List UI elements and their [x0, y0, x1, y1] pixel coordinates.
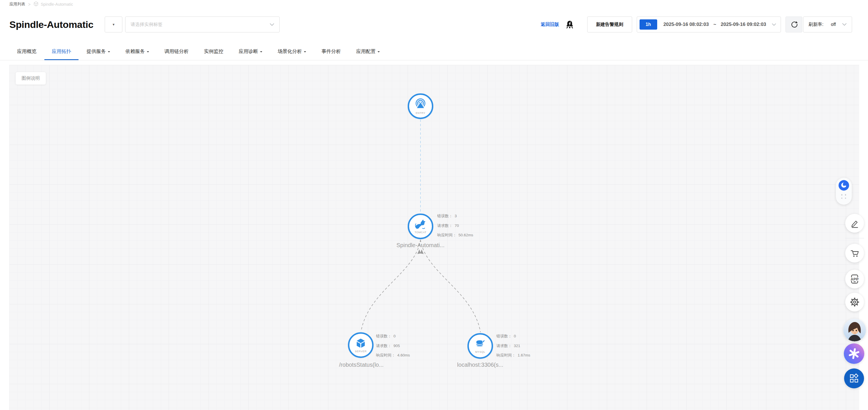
header-row: Spindle-Automatic ▼ 请选择实例标签 返回旧版 新建告警规则 …: [9, 17, 852, 32]
ai-assistant-button[interactable]: [844, 343, 864, 364]
breadcrumb-current-label: Spindle-Automatic: [41, 2, 73, 6]
app-grid-icon: [848, 373, 860, 384]
time-range-separator: ~: [713, 22, 716, 27]
new-alert-rule-button[interactable]: 新建告警规则: [587, 17, 632, 32]
app-button[interactable]: APP: [845, 270, 864, 288]
legend-button[interactable]: 图例说明: [16, 72, 46, 85]
stat-requests: 请求数：70: [437, 221, 473, 231]
tab-label: 调用链分析: [164, 48, 189, 55]
node-mysql-name: localhost:3306(s...: [421, 361, 540, 368]
instance-tag-placeholder: 请选择实例标签: [131, 22, 162, 28]
gear-icon: [849, 297, 860, 307]
avatar-image: [843, 319, 866, 341]
stat-response-time: 响应时间：50.62ms: [437, 230, 473, 240]
caret-down-icon: [108, 51, 110, 54]
refresh-button[interactable]: [785, 17, 802, 32]
app-package-icon: [33, 1, 39, 7]
legend-button-label: 图例说明: [22, 76, 40, 82]
title-dropdown-button[interactable]: ▼: [105, 17, 122, 32]
cart-icon: [850, 248, 860, 258]
caret-down-icon: ▼: [112, 23, 115, 26]
node-server[interactable]: SERVER: [348, 332, 374, 358]
cart-button[interactable]: [845, 244, 864, 263]
chevron-down-icon: [772, 23, 776, 26]
refresh-rate-value: off: [831, 22, 836, 27]
time-range-end: 2025-09-16 09:02:03: [721, 22, 766, 27]
tab-label: 应用配置: [356, 48, 375, 55]
node-server-stats: 错误数：0 请求数：905 响应时间：4.60ms: [376, 331, 410, 360]
tab-label: 应用诊断: [239, 48, 258, 55]
app-topology-page: 应用列表 > Spindle-Automatic Spindle-Automat…: [0, 0, 868, 410]
chevron-down-icon: [842, 23, 847, 26]
alarm-bell-icon: [565, 20, 574, 29]
stat-response-time: 响应时间：4.60ms: [376, 351, 410, 360]
refresh-rate-label: 刷新率:: [809, 22, 823, 28]
tab-label: 事件分析: [321, 48, 341, 55]
tab-provided-services[interactable]: 提供服务: [79, 43, 118, 60]
refresh-icon: [790, 20, 798, 29]
tab-label: 应用拓扑: [52, 48, 71, 55]
time-range-start: 2025-09-16 08:02:03: [663, 22, 709, 27]
tab-app-topology[interactable]: 应用拓扑: [44, 43, 79, 60]
server-cube-icon: [355, 338, 367, 349]
node-mysql-stats: 错误数：0 请求数：321 响应时间：1.67ms: [496, 331, 530, 360]
alert-bell-button[interactable]: [565, 20, 574, 29]
node-mysql[interactable]: MYSQL: [467, 333, 493, 359]
chat-assistant-widget[interactable]: [836, 178, 852, 205]
back-to-old-version-link[interactable]: 返回旧版: [541, 22, 559, 28]
caret-down-icon: [377, 51, 380, 54]
edit-button[interactable]: [845, 214, 864, 233]
caret-down-icon: [260, 51, 262, 54]
new-alert-rule-label: 新建告警规则: [596, 22, 623, 28]
node-entry[interactable]: ENTRY: [408, 93, 433, 119]
tomcat-icon: [414, 219, 427, 230]
tab-trace-analysis[interactable]: 调用链分析: [157, 43, 196, 60]
app-badge-icon: APP: [849, 274, 860, 285]
tab-label: 应用概览: [17, 48, 36, 55]
stat-errors: 错误数：0: [376, 331, 410, 341]
caret-down-icon: [147, 51, 149, 54]
dock-divider: [845, 238, 864, 238]
instance-tag-select[interactable]: 请选择实例标签: [125, 17, 280, 32]
tab-app-overview[interactable]: 应用概览: [10, 43, 44, 60]
node-type-label: MYSQL: [475, 350, 485, 353]
drag-handle-dots[interactable]: [841, 194, 847, 199]
stat-response-time: 响应时间：1.67ms: [496, 351, 530, 360]
pencil-icon: [850, 218, 860, 228]
page-title: Spindle-Automatic: [9, 19, 93, 30]
refresh-rate-select[interactable]: 刷新率: off: [803, 17, 852, 32]
stat-errors: 错误数：3: [437, 211, 473, 221]
chevron-down-icon: [270, 23, 274, 26]
node-tomcat[interactable]: TOMCAT: [408, 213, 433, 239]
breadcrumb-app-list-link[interactable]: 应用列表: [9, 2, 25, 7]
stat-requests: 请求数：321: [496, 341, 530, 351]
mysql-database-icon: [474, 339, 486, 350]
topology-edges: [9, 65, 859, 410]
stat-requests: 请求数：905: [376, 341, 410, 351]
node-type-label: ENTRY: [416, 111, 425, 114]
tab-bar: 应用概览 应用拓扑 提供服务 依赖服务 调用链分析 实例监控 应用诊断 场景化分…: [10, 43, 387, 60]
node-tomcat-name: Spindle-Automati...: [361, 242, 480, 248]
tab-label: 场景化分析: [278, 48, 302, 55]
stat-errors: 错误数：0: [496, 331, 530, 341]
tab-event-analysis[interactable]: 事件分析: [314, 43, 348, 60]
caret-down-icon: [304, 51, 306, 54]
tab-dependent-services[interactable]: 依赖服务: [118, 43, 156, 60]
tab-label: 实例监控: [204, 48, 223, 55]
node-server-name: /robotsStatus(lo...: [302, 361, 421, 368]
svg-text:APP: APP: [850, 277, 859, 281]
tab-instance-monitoring[interactable]: 实例监控: [196, 43, 231, 60]
quick-range-badge[interactable]: 1h: [640, 19, 657, 30]
tab-app-config[interactable]: 应用配置: [349, 43, 387, 60]
settings-button[interactable]: [845, 293, 864, 312]
topology-canvas[interactable]: 图例说明 ENTRY TOMCAT: [9, 65, 859, 410]
tab-scenario-analysis[interactable]: 场景化分析: [270, 43, 313, 60]
breadcrumb-separator: >: [28, 1, 30, 7]
avatar[interactable]: [843, 319, 866, 341]
node-type-label: SERVER: [355, 350, 366, 353]
time-range-picker[interactable]: 1h 2025-09-16 08:02:03 ~ 2025-09-16 09:0…: [637, 17, 781, 32]
app-center-button[interactable]: [844, 369, 864, 388]
tab-label: 提供服务: [87, 48, 106, 55]
tab-app-diagnosis[interactable]: 应用诊断: [231, 43, 270, 60]
breadcrumb-current: Spindle-Automatic: [33, 1, 73, 7]
